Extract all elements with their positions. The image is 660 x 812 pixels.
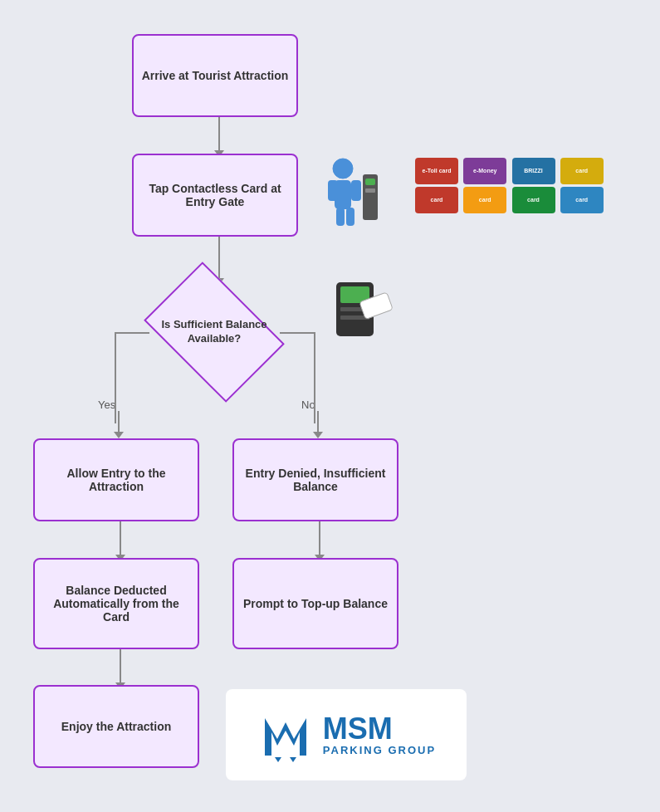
card-reader-icon [324,274,407,357]
arrow-no-head [313,432,323,438]
person-icon [311,154,394,237]
allow-entry-box: Allow Entry to the Attraction [33,438,199,521]
arrow-4 [315,521,325,561]
allow-entry-label: Allow Entry to the Attraction [42,467,191,493]
h-line-right [280,332,315,334]
arrow-yes-head [114,432,124,438]
msm-sub-text: PARKING GROUP [323,744,436,756]
arrow-no [313,411,323,438]
arrow-yes-line [118,411,120,432]
msm-logo: MSM PARKING GROUP [226,689,467,780]
card-4: card [560,158,604,184]
top-up-label: Prompt to Top-up Balance [243,597,388,610]
msm-main-text: MSM [323,714,393,744]
enjoy-box: Enjoy the Attraction [33,685,199,768]
arrow-no-line [317,411,319,432]
svg-marker-15 [275,757,281,762]
v-line-right [314,332,315,423]
arrive-box: Arrive at Tourist Attraction [132,34,298,117]
svg-rect-3 [328,180,338,201]
h-line-left [115,332,149,334]
card-brizzi: BRIZZI [512,158,555,184]
entry-denied-label: Entry Denied, Insufficient Balance [241,467,390,493]
arrow-yes [114,411,124,438]
arrow-3 [115,521,125,561]
svg-marker-14 [265,718,306,756]
card-etoll: e-Toll card [415,158,458,184]
card-7: card [512,187,555,213]
arrow-1 [214,117,224,157]
enjoy-label: Enjoy the Attraction [61,720,172,733]
svg-rect-8 [365,188,375,193]
arrow-line-1 [218,117,220,150]
v-line-left [115,332,116,423]
tap-label: Tap Contactless Card at Entry Gate [140,182,290,208]
svg-rect-2 [351,180,361,201]
top-up-box: Prompt to Top-up Balance [232,558,398,649]
arrow-line-5 [120,649,121,682]
yes-label: Yes [98,399,115,411]
arrow-line-3 [120,521,121,555]
arrow-line-4 [319,521,320,555]
balance-question-label: Is Sufficient Balance Available? [148,318,281,346]
arrow-5 [115,649,125,689]
balance-diamond: Is Sufficient Balance Available? [148,282,281,382]
card-5: card [415,187,458,213]
arrow-line-2 [218,237,220,278]
msm-text-block: MSM PARKING GROUP [323,714,436,756]
flowchart: Arrive at Tourist Attraction Tap Contact… [0,0,660,812]
svg-rect-5 [346,208,354,226]
card-6: card [463,187,506,213]
card-8: card [560,187,604,213]
svg-rect-7 [365,179,375,185]
tap-box: Tap Contactless Card at Entry Gate [132,154,298,237]
svg-rect-4 [336,208,345,226]
svg-point-0 [333,159,353,179]
entry-denied-box: Entry Denied, Insufficient Balance [232,438,398,521]
arrive-label: Arrive at Tourist Attraction [142,69,289,82]
card-grid: e-Toll card e-Money BRIZZI card card car… [415,158,606,213]
svg-marker-16 [290,757,296,762]
balance-deducted-box: Balance Deducted Automatically from the … [33,558,199,649]
balance-deducted-label: Balance Deducted Automatically from the … [42,584,191,624]
card-emoney: e-Money [463,158,506,184]
